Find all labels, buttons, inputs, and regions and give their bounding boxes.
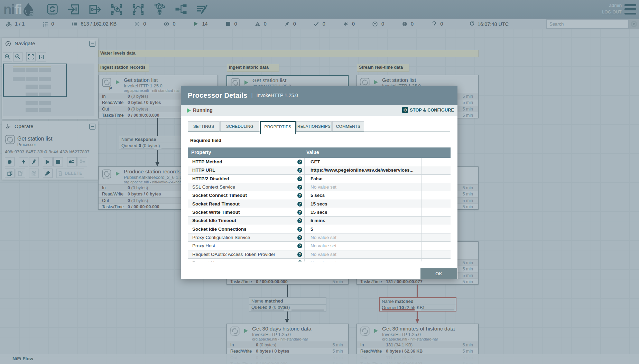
property-value[interactable]: No value set: [304, 233, 422, 241]
help-icon[interactable]: ?: [297, 185, 302, 190]
property-name: Request OAuth2 Access Token Provider?: [188, 250, 304, 258]
property-row-http-2-disabled: HTTP/2 Disabled?False: [188, 175, 451, 183]
property-row-socket-idle-connections: Socket Idle Connections?5: [188, 225, 451, 233]
property-value[interactable]: https://www.pegelonline.wsv.de/webservic…: [304, 166, 422, 174]
property-name: HTTP URL?: [188, 166, 304, 174]
value-column-header: Value: [304, 147, 422, 158]
stop-configure-label: STOP & CONFIGURE: [410, 108, 454, 113]
property-row-proxy-configuration-service: Proxy Configuration Service?No value set: [188, 233, 451, 242]
tab-properties[interactable]: PROPERTIES: [260, 121, 296, 134]
help-icon[interactable]: ?: [297, 160, 302, 164]
dialog-subtitle: InvokeHTTP 1.25.0: [257, 93, 298, 98]
property-value[interactable]: 15 secs: [304, 200, 422, 208]
nifi-app: Water levels dataIngest station recordsI…: [0, 0, 639, 364]
running-state-icon: [187, 108, 191, 113]
property-value[interactable]: No value set: [304, 183, 422, 191]
property-column-header: Property: [188, 147, 304, 158]
property-value[interactable]: No value set: [304, 250, 422, 258]
help-icon[interactable]: ?: [297, 168, 302, 173]
property-value[interactable]: No value set: [304, 259, 422, 261]
running-state-label: Running: [193, 107, 213, 113]
stop-configure-icon: ⚙: [402, 107, 408, 113]
ok-button[interactable]: OK: [420, 268, 457, 279]
help-icon[interactable]: ?: [297, 176, 302, 181]
property-row-request-oauth2-access-token-provider: Request OAuth2 Access Token Provider?No …: [188, 250, 451, 259]
property-row-socket-read-timeout: Socket Read Timeout?15 secs: [188, 200, 451, 208]
property-name: Request Username?: [188, 259, 304, 261]
property-name: Socket Read Timeout?: [188, 200, 304, 208]
dialog-status-bar: Running ⚙ STOP & CONFIGURE: [181, 105, 457, 116]
dialog-title-separator: |: [251, 92, 252, 98]
tab-settings[interactable]: SETTINGS: [188, 121, 220, 132]
help-icon[interactable]: ?: [297, 218, 302, 223]
property-name: Proxy Configuration Service?: [188, 233, 304, 241]
property-name: HTTP Method?: [188, 158, 304, 166]
help-icon[interactable]: ?: [297, 235, 302, 240]
property-row-ssl-context-service: SSL Context Service?No value set: [188, 183, 451, 191]
tab-relationships[interactable]: RELATIONSHIPS: [296, 121, 332, 132]
properties-table: Property Value HTTP Method?GETHTTP URL?h…: [188, 147, 451, 261]
property-name: Socket Connect Timeout?: [188, 191, 304, 199]
required-field-label: Required field: [190, 138, 221, 143]
processor-details-dialog: Processor Details | InvokeHTTP 1.25.0 Ru…: [181, 86, 457, 279]
tab-scheduling[interactable]: SCHEDULING: [220, 121, 259, 132]
dialog-title: Processor Details: [188, 92, 247, 99]
property-name: Socket Write Timeout?: [188, 208, 304, 216]
property-row-socket-idle-timeout: Socket Idle Timeout?5 mins: [188, 217, 451, 225]
property-name: Proxy Host?: [188, 242, 304, 250]
property-name: Socket Idle Connections?: [188, 225, 304, 233]
tab-comments[interactable]: COMMENTS: [332, 121, 364, 132]
property-row-http-method: HTTP Method?GET: [188, 158, 451, 166]
help-icon[interactable]: ?: [297, 202, 302, 207]
dialog-tabs: SETTINGSSCHEDULINGPROPERTIESRELATIONSHIP…: [181, 121, 457, 135]
property-row-proxy-host: Proxy Host?No value set: [188, 242, 451, 250]
help-icon[interactable]: ?: [297, 227, 302, 232]
help-icon[interactable]: ?: [297, 243, 302, 248]
stop-and-configure-button[interactable]: ⚙ STOP & CONFIGURE: [402, 107, 454, 113]
property-value[interactable]: GET: [304, 158, 422, 166]
property-row-socket-connect-timeout: Socket Connect Timeout?5 secs: [188, 191, 451, 200]
tab-underline: [188, 132, 450, 132]
properties-table-header: Property Value: [188, 147, 451, 158]
dialog-header[interactable]: Processor Details | InvokeHTTP 1.25.0: [181, 86, 457, 105]
property-value[interactable]: No value set: [304, 242, 422, 250]
help-icon[interactable]: ?: [297, 252, 302, 257]
property-row-http-url: HTTP URL?https://www.pegelonline.wsv.de/…: [188, 166, 451, 174]
help-icon[interactable]: ?: [297, 193, 302, 198]
property-value[interactable]: 5 mins: [304, 217, 422, 224]
property-name: SSL Context Service?: [188, 183, 304, 191]
property-value[interactable]: 5: [304, 225, 422, 233]
property-name: HTTP/2 Disabled?: [188, 175, 304, 183]
help-icon[interactable]: ?: [297, 210, 302, 215]
property-value[interactable]: False: [304, 175, 422, 183]
help-icon[interactable]: ?: [297, 260, 302, 261]
property-name: Socket Idle Timeout?: [188, 217, 304, 224]
property-value[interactable]: 5 secs: [304, 191, 422, 199]
property-value[interactable]: 15 secs: [304, 208, 422, 216]
property-row-request-username: Request Username?No value set: [188, 259, 451, 261]
property-row-socket-write-timeout: Socket Write Timeout?15 secs: [188, 208, 451, 217]
